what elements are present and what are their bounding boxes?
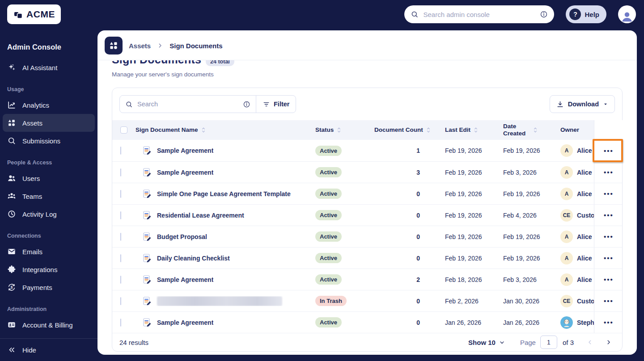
- filter-button[interactable]: Filter: [256, 96, 296, 113]
- row-checkbox[interactable]: [120, 276, 121, 284]
- document-name-link[interactable]: Budget Proposal: [157, 233, 207, 240]
- row-actions-button[interactable]: •••: [594, 290, 623, 311]
- sidebar-item-integrations[interactable]: Integrations: [3, 260, 95, 278]
- info-icon[interactable]: [243, 101, 250, 108]
- collapse-icon: [7, 345, 16, 354]
- sidebar-item-account-billing[interactable]: Account & Billing: [3, 316, 95, 334]
- page-number-input[interactable]: [540, 336, 557, 349]
- breadcrumb: Assets Sign Documents: [97, 30, 637, 60]
- sidebar: Admin Console AI Assistant UsageAnalytic…: [0, 29, 97, 361]
- user-avatar[interactable]: [618, 5, 636, 23]
- sort-icon[interactable]: [473, 126, 479, 134]
- row-actions-button[interactable]: •••: [594, 140, 623, 161]
- table-search[interactable]: [120, 96, 256, 113]
- status-badge: In Trash: [315, 296, 347, 306]
- row-checkbox[interactable]: [120, 319, 121, 327]
- help-button[interactable]: ? Help: [566, 5, 606, 23]
- next-page-button[interactable]: [602, 336, 615, 348]
- row-actions-button[interactable]: •••: [594, 205, 623, 226]
- row-actions-button[interactable]: •••: [594, 226, 623, 247]
- owner-avatar: A: [560, 231, 573, 243]
- sort-icon[interactable]: [336, 126, 342, 134]
- sidebar-section-label: Connections: [0, 223, 97, 243]
- row-actions-button[interactable]: •••: [594, 248, 623, 269]
- column-header-status[interactable]: Status: [312, 126, 368, 134]
- row-checkbox[interactable]: [120, 190, 121, 198]
- sidebar-item-label: Payments: [22, 284, 52, 291]
- row-checkbox[interactable]: [120, 254, 121, 262]
- sidebar-item-users[interactable]: Users: [3, 169, 95, 187]
- sidebar-item-submissions[interactable]: Submissions: [3, 132, 95, 150]
- column-header-last-edit[interactable]: Last Edit: [435, 126, 493, 134]
- select-all-checkbox[interactable]: [120, 126, 127, 134]
- page-title: Sign Documents: [112, 60, 201, 66]
- row-checkbox[interactable]: [120, 211, 121, 219]
- owner-name: Custo: [577, 212, 594, 219]
- column-header-label: Date Created: [503, 123, 530, 137]
- document-name-link[interactable]: Sample Agreement: [157, 169, 213, 176]
- previous-page-button[interactable]: [584, 336, 596, 348]
- chevron-left-icon: [587, 339, 593, 345]
- column-header-sign-document-name[interactable]: Sign Document Name: [136, 126, 312, 134]
- row-actions-button[interactable]: •••: [594, 312, 623, 333]
- global-search[interactable]: [404, 5, 554, 23]
- owner-name: Custo: [577, 298, 594, 305]
- global-search-input[interactable]: [423, 11, 535, 18]
- sidebar-item-label: Emails: [22, 248, 42, 256]
- document-name-link[interactable]: Daily Cleaning Checklist: [157, 255, 230, 262]
- filter-icon: [263, 101, 270, 108]
- payments-icon: $: [7, 283, 16, 292]
- ellipsis-icon: •••: [604, 298, 614, 304]
- document-name-link[interactable]: Sample Agreement: [157, 319, 213, 326]
- sign-document-icon: [143, 297, 152, 306]
- results-count: 24 results: [119, 339, 148, 346]
- show-per-page-select[interactable]: Show 10: [468, 339, 505, 346]
- sort-icon[interactable]: [426, 126, 431, 134]
- table-row: In Trash0Feb 2, 2026Jan 30, 2026CECusto•…: [112, 290, 622, 311]
- page-label: Page: [520, 339, 536, 346]
- column-header-owner: Owner: [554, 126, 594, 134]
- sidebar-item-teams[interactable]: Teams: [3, 187, 95, 205]
- owner-name: Alice: [577, 255, 594, 262]
- analytics-icon: [7, 101, 16, 109]
- row-checkbox[interactable]: [120, 233, 121, 241]
- acme-logo[interactable]: ACME: [7, 4, 61, 24]
- document-name-link[interactable]: Sample Agreement: [157, 147, 213, 154]
- sort-icon[interactable]: [533, 126, 538, 134]
- sort-icon[interactable]: [201, 126, 206, 134]
- info-icon[interactable]: [540, 10, 548, 18]
- owner-avatar: A: [560, 188, 573, 200]
- row-checkbox[interactable]: [120, 168, 121, 176]
- row-actions-button[interactable]: •••: [594, 269, 623, 290]
- sidebar-item-ai-assistant[interactable]: AI Assistant: [3, 59, 95, 76]
- sidebar-hide-button[interactable]: Hide: [3, 341, 95, 359]
- last-edit-value: Jan 26, 2026: [435, 319, 493, 326]
- sidebar-item-analytics[interactable]: Analytics: [3, 96, 95, 114]
- column-header-date-created[interactable]: Date Created: [493, 123, 554, 137]
- sidebar-item-label: Submissions: [22, 137, 60, 145]
- column-header-document-count[interactable]: Document Count: [368, 126, 435, 134]
- sidebar-item-label: Activity Log: [22, 210, 57, 218]
- download-button[interactable]: Download: [550, 95, 615, 113]
- row-actions-button[interactable]: •••: [594, 162, 623, 183]
- last-edit-value: Feb 19, 2026: [435, 233, 493, 240]
- table-search-input[interactable]: [137, 101, 238, 108]
- sidebar-item-emails[interactable]: Emails: [3, 243, 95, 260]
- owner-name: Alice: [577, 233, 594, 240]
- document-count-value: 3: [368, 169, 435, 176]
- row-checkbox[interactable]: [120, 147, 121, 155]
- ellipsis-icon: •••: [604, 212, 614, 218]
- breadcrumb-assets[interactable]: Assets: [129, 42, 151, 50]
- sidebar-item-label: Account & Billing: [22, 321, 73, 329]
- document-name-link[interactable]: Simple One Page Lease Agreement Template: [157, 190, 291, 197]
- redacted-document-name: [157, 296, 282, 306]
- sidebar-item-payments[interactable]: $Payments: [3, 278, 95, 296]
- row-actions-button[interactable]: •••: [594, 183, 623, 204]
- sidebar-item-activity-log[interactable]: Activity Log: [3, 205, 95, 223]
- document-name-link[interactable]: Residential Lease Agreement: [157, 212, 244, 219]
- document-count-value: 0: [368, 255, 435, 262]
- sidebar-item-assets[interactable]: Assets: [3, 114, 95, 132]
- row-checkbox[interactable]: [120, 297, 121, 305]
- document-name-link[interactable]: Sample Agreement: [157, 276, 213, 283]
- breadcrumb-current: Sign Documents: [169, 42, 222, 50]
